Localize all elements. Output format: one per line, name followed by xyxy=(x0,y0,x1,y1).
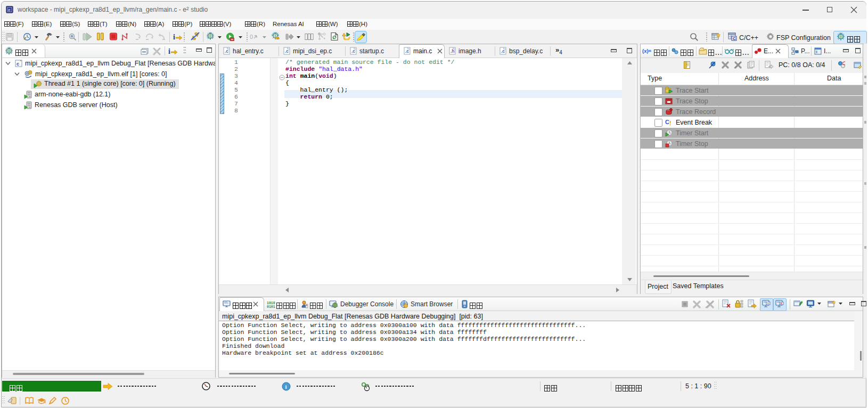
svg-text:.c: .c xyxy=(351,48,355,54)
svg-text:.c: .c xyxy=(285,48,289,54)
svg-text:z: z xyxy=(731,48,733,51)
svg-text:1010: 1010 xyxy=(267,301,275,305)
svg-text:.h: .h xyxy=(451,48,455,54)
svg-text:i: i xyxy=(285,383,287,390)
svg-text:.c: .c xyxy=(225,48,228,54)
svg-text:.c: .c xyxy=(405,48,409,54)
svg-text:.c: .c xyxy=(501,48,505,54)
svg-text:!: ! xyxy=(669,120,672,126)
svg-text:e: e xyxy=(8,7,10,12)
svg-text:C: C xyxy=(733,36,736,41)
svg-text:c: c xyxy=(17,61,19,67)
svg-text:x: x xyxy=(727,48,728,51)
svg-text:i: i xyxy=(173,33,175,41)
svg-text:0: 0 xyxy=(250,34,253,40)
svg-text:C: C xyxy=(665,119,669,125)
svg-text:0101: 0101 xyxy=(267,305,275,308)
